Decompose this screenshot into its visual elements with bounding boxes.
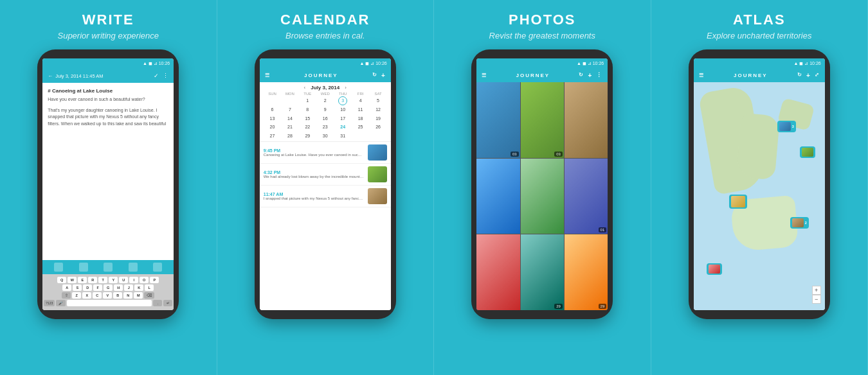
add-icon-photos[interactable]: + (588, 72, 592, 79)
cal-day[interactable]: 19 (369, 115, 386, 123)
toolbar-icon-1[interactable] (54, 263, 63, 272)
toolbar-icon-3[interactable] (104, 263, 113, 272)
key-j[interactable]: J (124, 284, 133, 291)
cal-day[interactable]: 4 (352, 97, 369, 105)
key-e[interactable]: E (78, 277, 87, 283)
photo-cell-5[interactable] (521, 159, 564, 234)
hamburger-icon-atlas[interactable]: ☰ (699, 73, 704, 78)
key-k[interactable]: K (134, 284, 143, 291)
cal-day[interactable]: 1 (299, 97, 316, 105)
cal-day[interactable]: 12 (369, 106, 386, 114)
cal-day[interactable] (281, 97, 298, 105)
cal-day[interactable]: 16 (316, 115, 334, 123)
next-month-arrow[interactable]: › (345, 85, 347, 91)
cal-day[interactable]: 21 (281, 123, 298, 131)
cal-day[interactable]: 18 (352, 115, 369, 123)
toolbar-icon-4[interactable] (129, 263, 138, 272)
cal-day[interactable]: 6 (264, 106, 281, 114)
add-icon-atlas[interactable]: + (806, 72, 811, 79)
cal-day[interactable]: 25 (352, 123, 369, 131)
cal-day[interactable]: 26 (369, 123, 386, 131)
photo-cell-7[interactable] (476, 234, 520, 310)
key-y[interactable]: Y (109, 277, 118, 283)
cal-entry-2[interactable]: 4:32 PM We had already lost blown away b… (260, 164, 391, 186)
key-p[interactable]: P (150, 277, 159, 283)
cal-day[interactable]: 7 (281, 106, 298, 114)
map-area[interactable]: 3 2 + − (694, 82, 825, 310)
key-o[interactable]: O (140, 277, 149, 283)
key-c[interactable]: C (93, 292, 102, 299)
cal-entry-1[interactable]: 9:45 PM Canoeing at Lake Louise. Have yo… (260, 142, 391, 164)
cal-day[interactable]: 2 (316, 97, 334, 105)
key-g[interactable]: G (104, 284, 113, 291)
key-m[interactable]: M (134, 292, 143, 299)
key-i[interactable]: I (129, 277, 138, 283)
hamburger-icon-photos[interactable]: ☰ (482, 73, 487, 78)
map-pin-2[interactable] (800, 146, 815, 158)
key-q[interactable]: Q (57, 277, 66, 283)
cal-day[interactable]: 13 (264, 115, 281, 123)
key-mic[interactable]: 🎤 (56, 300, 66, 306)
cal-day[interactable]: 15 (299, 115, 316, 123)
photo-cell-2[interactable]: 03 (521, 82, 564, 158)
map-pin-3[interactable] (729, 195, 747, 209)
hamburger-icon[interactable]: ☰ (265, 73, 270, 78)
refresh-icon-photos[interactable]: ↻ (579, 72, 584, 79)
key-s[interactable]: S (73, 284, 82, 291)
more-icon[interactable]: ⋮ (163, 73, 168, 79)
cal-day[interactable]: 23 (316, 123, 334, 131)
key-shift[interactable]: ⇧ (62, 292, 71, 299)
cal-day[interactable]: 10 (334, 106, 351, 114)
key-t[interactable]: T (98, 277, 107, 283)
key-b[interactable]: B (113, 292, 122, 299)
photo-cell-1[interactable]: 03 (476, 82, 520, 158)
back-arrow-icon[interactable]: ← (48, 73, 53, 79)
cal-day[interactable]: 30 (316, 132, 334, 140)
photo-cell-4[interactable] (476, 159, 520, 234)
zoom-in-button[interactable]: + (812, 286, 821, 295)
cal-day[interactable]: 8 (299, 106, 316, 114)
add-icon[interactable]: + (381, 72, 386, 79)
key-w[interactable]: W (68, 277, 77, 283)
key-u[interactable]: U (119, 277, 128, 283)
map-pin-5[interactable] (707, 263, 722, 275)
key-n[interactable]: N (123, 292, 132, 299)
key-period[interactable]: . (153, 300, 162, 306)
cal-day[interactable]: 31 (334, 132, 351, 140)
map-pin-4[interactable]: 2 (790, 217, 809, 229)
key-space[interactable] (67, 300, 152, 306)
zoom-out-button[interactable]: − (812, 295, 821, 304)
check-icon[interactable]: ✓ (154, 73, 159, 79)
key-enter[interactable]: ↵ (163, 300, 172, 306)
refresh-icon-atlas[interactable]: ↻ (797, 72, 802, 79)
fullscreen-icon-atlas[interactable]: ⤢ (815, 72, 820, 79)
cal-day[interactable]: 22 (299, 123, 316, 131)
key-h[interactable]: H (114, 284, 123, 291)
photo-cell-6[interactable]: 01 (565, 159, 608, 234)
cal-day[interactable]: 5 (369, 97, 386, 105)
cal-day-highlighted[interactable]: 24 (334, 123, 351, 131)
key-l[interactable]: L (145, 284, 154, 291)
more-icon-photos[interactable]: ⋮ (596, 72, 602, 79)
key-numbers[interactable]: ?123 (44, 300, 55, 306)
cal-day[interactable]: 27 (264, 132, 281, 140)
toolbar-icon-5[interactable] (153, 263, 162, 272)
refresh-icon[interactable]: ↻ (372, 72, 377, 79)
key-backspace[interactable]: ⌫ (144, 292, 154, 299)
key-x[interactable]: X (82, 292, 91, 299)
key-r[interactable]: R (88, 277, 97, 283)
photo-cell-9[interactable]: 29 (565, 234, 608, 310)
photo-cell-8[interactable]: 29 (521, 234, 564, 310)
cal-day[interactable]: 29 (299, 132, 316, 140)
cal-day[interactable]: 20 (264, 123, 281, 131)
toolbar-icon-2[interactable] (79, 263, 88, 272)
key-f[interactable]: F (93, 284, 102, 291)
cal-day[interactable]: 9 (316, 106, 334, 114)
key-z[interactable]: Z (72, 292, 81, 299)
cal-day[interactable] (264, 97, 281, 105)
cal-day-circled[interactable]: 3 (334, 97, 351, 105)
cal-day[interactable]: 11 (352, 106, 369, 114)
cal-day[interactable]: 14 (281, 115, 298, 123)
photo-cell-3[interactable] (565, 82, 608, 158)
key-v[interactable]: V (103, 292, 112, 299)
